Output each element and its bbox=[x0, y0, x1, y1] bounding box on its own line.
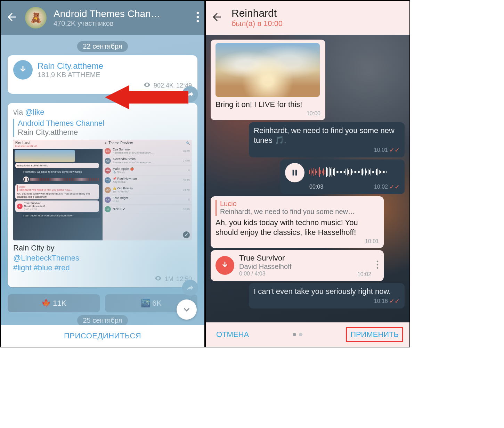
post-message[interactable]: via @like Android Themes Channel Rain Ci… bbox=[8, 103, 197, 287]
back-icon[interactable] bbox=[6, 11, 18, 25]
channel-header: 🧸 Android Themes Chan… 470.2K участников bbox=[1, 1, 204, 35]
song-duration: 0:00 / 4:03 bbox=[239, 271, 266, 278]
svg-rect-48 bbox=[368, 169, 368, 175]
svg-rect-17 bbox=[325, 170, 325, 174]
chat-body[interactable]: 22 сентября Rain City.attheme 181,9 KB A… bbox=[1, 35, 204, 325]
message-text: Bring it on! I LIVE for this! bbox=[216, 100, 320, 110]
message-time: 10:02 bbox=[374, 184, 388, 190]
svg-rect-28 bbox=[340, 171, 341, 173]
svg-rect-33 bbox=[347, 168, 348, 175]
song-title: True Survivor bbox=[239, 254, 371, 263]
join-button[interactable]: ПРИСОЕДИНИТЬСЯ bbox=[1, 325, 204, 347]
chat-body[interactable]: Bring it on! I LIVE for this! 10:00 Rein… bbox=[206, 35, 409, 322]
apply-button[interactable]: ПРИМЕНИТЬ bbox=[350, 330, 399, 339]
subscriber-count: 470.2K участников bbox=[54, 19, 189, 27]
outgoing-voice-message[interactable]: 00:03 10:02✓✓ bbox=[280, 159, 405, 194]
svg-rect-20 bbox=[329, 167, 330, 177]
svg-rect-57 bbox=[380, 171, 381, 173]
header-text[interactable]: Android Themes Chan… 470.2K участников bbox=[54, 8, 189, 27]
more-icon[interactable] bbox=[196, 11, 200, 25]
svg-rect-38 bbox=[354, 171, 355, 173]
svg-rect-53 bbox=[375, 171, 375, 173]
reply-sender: Lucio bbox=[220, 200, 379, 208]
reaction-button-1[interactable]: 🍁 11K bbox=[8, 294, 100, 312]
preview-footer: ОТМЕНА ПРИМЕНИТЬ bbox=[206, 322, 409, 347]
svg-rect-16 bbox=[323, 168, 324, 175]
reply-reference[interactable]: Lucio Reinhardt, we need to find you som… bbox=[216, 200, 379, 216]
outgoing-message[interactable]: I can't even take you seriously right no… bbox=[249, 283, 405, 308]
post-caption: Rain City by @LinebeckThemes #light #blu… bbox=[13, 243, 192, 273]
svg-point-64 bbox=[377, 267, 379, 269]
hashtags[interactable]: #light #blue #red bbox=[13, 263, 70, 272]
svg-rect-18 bbox=[326, 167, 327, 177]
svg-rect-15 bbox=[322, 171, 323, 173]
incoming-reply-message[interactable]: Lucio Reinhardt, we need to find you som… bbox=[211, 196, 384, 248]
file-meta: 181,9 KB ATTHEME bbox=[38, 71, 103, 79]
svg-rect-12 bbox=[318, 168, 318, 175]
svg-rect-7 bbox=[311, 168, 311, 175]
reply-preview: Reinhardt, we need to find you some new… bbox=[220, 208, 379, 216]
chat-header: Reinhardt был(а) в 10:00 bbox=[206, 1, 409, 35]
download-icon[interactable] bbox=[216, 256, 234, 275]
svg-rect-29 bbox=[341, 171, 342, 173]
incoming-audio-message[interactable]: True Survivor David Hasselhoff 0:00 / 4:… bbox=[211, 250, 384, 281]
svg-rect-13 bbox=[319, 167, 320, 177]
svg-rect-10 bbox=[315, 169, 316, 175]
page-dot bbox=[299, 333, 302, 336]
theme-preview-image[interactable]: Reinhardtlast seen at 07:49 Bring it on!… bbox=[13, 140, 192, 240]
svg-rect-52 bbox=[373, 171, 374, 173]
share-button[interactable] bbox=[182, 280, 198, 296]
svg-rect-61 bbox=[386, 171, 387, 173]
svg-rect-59 bbox=[383, 171, 384, 173]
svg-rect-8 bbox=[312, 171, 313, 173]
svg-rect-30 bbox=[343, 171, 343, 173]
svg-rect-50 bbox=[371, 168, 371, 175]
svg-rect-25 bbox=[336, 171, 336, 173]
svg-rect-60 bbox=[384, 171, 385, 173]
svg-rect-22 bbox=[332, 167, 332, 177]
pause-button[interactable] bbox=[285, 163, 304, 182]
callout-arrow bbox=[105, 83, 188, 113]
svg-rect-5 bbox=[295, 170, 297, 176]
back-icon[interactable] bbox=[211, 11, 223, 25]
svg-rect-6 bbox=[309, 170, 310, 174]
outgoing-message[interactable]: Reinhardt, we need to find you some new … bbox=[249, 122, 405, 157]
header-text[interactable]: Reinhardt был(а) в 10:00 bbox=[231, 7, 283, 28]
svg-rect-23 bbox=[333, 169, 334, 175]
photo-attachment[interactable] bbox=[216, 43, 320, 97]
page-indicator bbox=[293, 333, 302, 336]
svg-point-1 bbox=[197, 16, 199, 18]
scroll-down-button[interactable] bbox=[177, 299, 197, 320]
waveform[interactable] bbox=[309, 166, 400, 179]
quote-text: Rain City.attheme bbox=[18, 128, 192, 137]
channel-avatar[interactable]: 🧸 bbox=[25, 7, 47, 28]
svg-rect-44 bbox=[362, 168, 363, 175]
page-dot bbox=[293, 333, 296, 336]
svg-point-62 bbox=[377, 261, 379, 263]
svg-rect-40 bbox=[357, 171, 357, 173]
incoming-photo-message[interactable]: Bring it on! I LIVE for this! 10:00 bbox=[211, 40, 325, 120]
message-text: Ah, you kids today with techno music! Yo… bbox=[216, 218, 379, 238]
cancel-button[interactable]: ОТМЕНА bbox=[216, 330, 249, 339]
svg-rect-56 bbox=[379, 170, 380, 174]
quote-source: Android Themes Channel bbox=[18, 119, 192, 128]
svg-rect-21 bbox=[330, 168, 331, 175]
quoted-message[interactable]: Android Themes Channel Rain City.attheme bbox=[13, 119, 192, 137]
preview-chat-list: ESEva SummerReminds me of a Chinese prov… bbox=[103, 146, 192, 214]
svg-rect-46 bbox=[365, 168, 366, 175]
svg-point-0 bbox=[197, 12, 199, 14]
svg-rect-34 bbox=[348, 170, 349, 174]
svg-rect-35 bbox=[350, 168, 350, 176]
download-icon[interactable] bbox=[13, 60, 33, 80]
svg-marker-3 bbox=[105, 85, 188, 109]
message-time: 10:01 bbox=[216, 238, 379, 245]
more-icon[interactable] bbox=[376, 260, 379, 271]
message-time: 10:02 bbox=[357, 271, 371, 278]
voice-elapsed: 00:03 bbox=[309, 184, 323, 190]
svg-rect-39 bbox=[355, 171, 356, 173]
svg-point-2 bbox=[197, 20, 199, 23]
contact-name: Reinhardt bbox=[231, 7, 283, 19]
svg-rect-14 bbox=[320, 170, 321, 174]
svg-rect-51 bbox=[372, 171, 373, 173]
author-link[interactable]: @LinebeckThemes bbox=[13, 254, 79, 262]
